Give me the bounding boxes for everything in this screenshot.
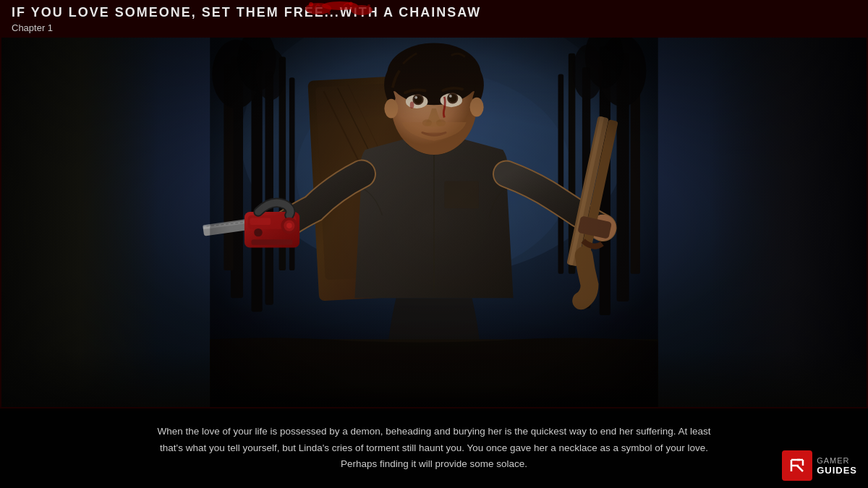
logo-text-block: GAMER GUIDES xyxy=(817,456,857,476)
page-title: IF YOU LOVE SOMEONE, SET THEM FREE...WIT… xyxy=(12,4,856,21)
character-illustration xyxy=(199,36,669,408)
svg-point-6 xyxy=(367,4,370,7)
logo-svg-icon xyxy=(786,454,809,477)
svg-point-3 xyxy=(309,2,313,7)
logo-icon xyxy=(782,450,812,481)
scene-svg xyxy=(199,36,669,408)
chapter-label: Chapter 1 xyxy=(12,22,856,33)
description-area: When the love of your life is possessed … xyxy=(0,408,868,488)
svg-point-4 xyxy=(328,12,331,14)
svg-rect-69 xyxy=(210,299,658,408)
main-image-area xyxy=(0,36,868,408)
logo-gamer-text: GAMER xyxy=(817,456,849,465)
page-wrapper: IF YOU LOVE SOMEONE, SET THEM FREE...WIT… xyxy=(0,0,868,488)
brand-logo: GAMER GUIDES xyxy=(782,450,857,481)
header-bar: IF YOU LOVE SOMEONE, SET THEM FREE...WIT… xyxy=(0,0,868,36)
description-text: When the love of your life is possessed … xyxy=(152,424,716,474)
logo-guides-text: GUIDES xyxy=(817,465,857,476)
blood-splatter-icon xyxy=(304,0,376,18)
